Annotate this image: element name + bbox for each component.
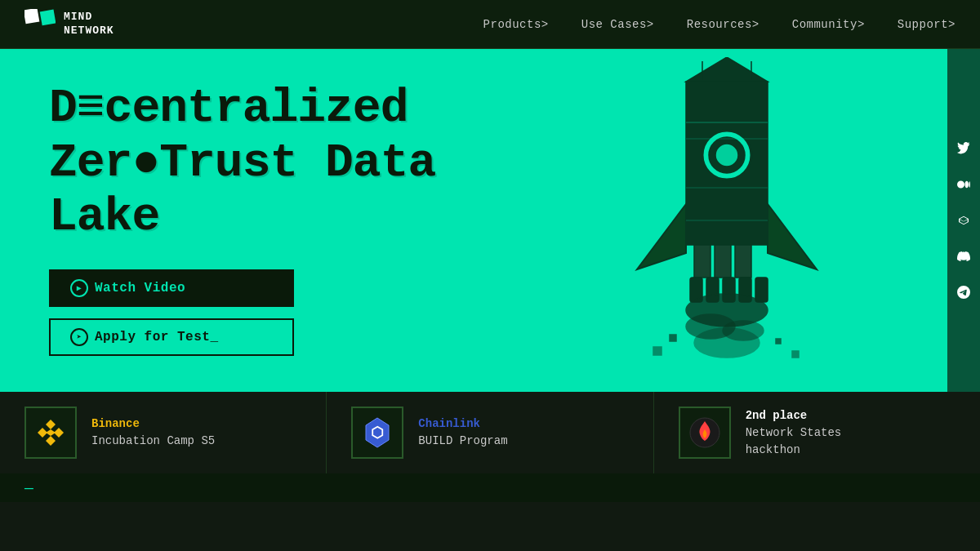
svg-marker-35	[46, 436, 56, 446]
social-sidebar	[947, 49, 980, 392]
svg-rect-23	[653, 347, 662, 355]
apply-test-label: Apply for Test_	[95, 330, 219, 344]
play-icon: ▶	[70, 279, 88, 297]
svg-rect-0	[24, 9, 39, 24]
partner-ns[interactable]: 2nd place Network Stateshackthon	[654, 392, 980, 473]
nav-use-cases[interactable]: Use Cases>	[581, 18, 654, 31]
svg-rect-11	[735, 245, 751, 278]
hero-title-line1: D≡centralized	[49, 82, 555, 136]
ns-name: 2nd place	[746, 407, 842, 424]
telegram-icon[interactable]	[952, 281, 975, 304]
svg-marker-4	[637, 204, 686, 269]
ns-sub: Network Stateshackthon	[746, 424, 842, 459]
chainlink-name: Chainlink	[418, 415, 507, 433]
svg-rect-22	[776, 339, 781, 344]
svg-rect-16	[755, 278, 768, 302]
svg-point-20	[694, 328, 760, 358]
apply-test-button[interactable]: ➤ Apply for Test_	[49, 318, 294, 356]
partner-chainlink[interactable]: ⬡ Chainlink BUILD Program	[327, 392, 653, 473]
svg-point-8	[715, 144, 738, 167]
nav-links: Products> Use Cases> Resources> Communit…	[483, 18, 956, 31]
chainlink-sub: BUILD Program	[418, 433, 507, 450]
medium-icon[interactable]	[952, 173, 975, 196]
strip-dash: —	[24, 480, 33, 496]
logo-area: MIND NETWORK	[24, 9, 114, 40]
nav-resources[interactable]: Resources>	[687, 18, 760, 31]
chainlink-info: Chainlink BUILD Program	[418, 415, 507, 450]
partners-row: Binance Incubation Camp S5 ⬡ Chainlink B…	[0, 392, 980, 473]
logo-text: MIND NETWORK	[64, 11, 114, 38]
partner-binance[interactable]: Binance Incubation Camp S5	[0, 392, 327, 473]
hero-title-line2: Zer●Trust Data Lake	[49, 136, 555, 245]
rocket-illustration	[523, 57, 931, 392]
ns-info: 2nd place Network Stateshackthon	[746, 407, 842, 459]
bottom-strip: —	[0, 473, 980, 502]
binance-sub: Incubation Camp S5	[91, 433, 215, 450]
watch-video-label: Watch Video	[95, 281, 185, 295]
svg-rect-21	[670, 335, 676, 341]
hero-title: D≡centralized Zer●Trust Data Lake	[49, 82, 555, 245]
svg-marker-36	[46, 429, 56, 436]
ns-logo	[679, 407, 731, 459]
svg-rect-9	[694, 245, 710, 278]
svg-rect-10	[715, 245, 731, 278]
discord-icon[interactable]	[952, 245, 975, 268]
svg-marker-5	[768, 204, 817, 269]
watch-video-button[interactable]: ▶ Watch Video	[49, 269, 294, 307]
arrow-icon: ➤	[70, 328, 88, 346]
navbar: MIND NETWORK Products> Use Cases> Resour…	[0, 0, 980, 49]
binance-info: Binance Incubation Camp S5	[91, 415, 215, 450]
svg-rect-1	[40, 9, 56, 25]
chainlink-logo: ⬡	[351, 407, 403, 459]
nav-support[interactable]: Support>	[898, 18, 956, 31]
hero-section: D≡centralized Zer●Trust Data Lake ▶ Watc…	[0, 49, 980, 392]
bottom-section	[0, 502, 980, 551]
twitter-icon[interactable]	[952, 137, 975, 160]
stack-icon[interactable]	[952, 209, 975, 232]
logo-icon	[24, 9, 56, 40]
svg-text:⬡: ⬡	[371, 424, 384, 441]
nav-community[interactable]: Community>	[792, 18, 865, 31]
svg-marker-32	[46, 420, 56, 429]
binance-name: Binance	[91, 415, 215, 433]
svg-rect-24	[792, 351, 799, 358]
nav-products[interactable]: Products>	[483, 18, 549, 31]
binance-logo	[24, 407, 77, 459]
